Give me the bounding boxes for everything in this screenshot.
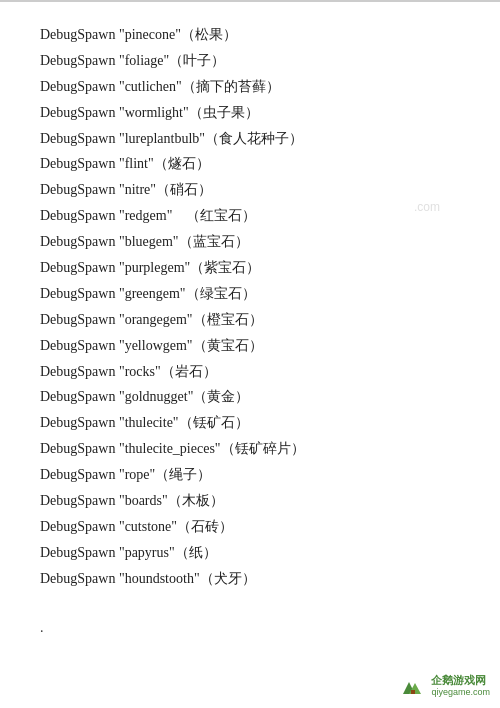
list-item: DebugSpawn "wormlight"（虫子果） — [40, 100, 460, 126]
footer-logo-text: 企鹅游戏网 qiyegame.com — [431, 674, 490, 698]
command-text: DebugSpawn — [40, 79, 119, 94]
svg-rect-2 — [411, 690, 415, 694]
footer-logo: 企鹅游戏网 qiyegame.com — [399, 674, 490, 698]
list-item: DebugSpawn "rope"（绳子） — [40, 462, 460, 488]
list-item: DebugSpawn "rocks"（岩石） — [40, 359, 460, 385]
command-text: DebugSpawn — [40, 338, 119, 353]
command-text: DebugSpawn — [40, 182, 119, 197]
command-text: DebugSpawn — [40, 286, 119, 301]
translation-text: （木板） — [168, 493, 224, 508]
translation-text: （绳子） — [155, 467, 211, 482]
translation-text: （虫子果） — [189, 105, 259, 120]
list-item: DebugSpawn "purplegem"（紫宝石） — [40, 255, 460, 281]
key-text: "rope" — [119, 467, 155, 482]
key-text: "boards" — [119, 493, 168, 508]
command-text: DebugSpawn — [40, 415, 119, 430]
list-item: DebugSpawn "flint"（燧石） — [40, 151, 460, 177]
translation-text: （铥矿碎片） — [221, 441, 305, 456]
list-item: DebugSpawn "houndstooth"（犬牙） — [40, 566, 460, 592]
command-text: DebugSpawn — [40, 364, 119, 379]
translation-text: （红宝石） — [186, 208, 256, 223]
list-item: DebugSpawn "foliage"（叶子） — [40, 48, 460, 74]
key-text: "foliage" — [119, 53, 169, 68]
translation-text: （紫宝石） — [190, 260, 260, 275]
command-text: DebugSpawn — [40, 27, 119, 42]
command-text: DebugSpawn — [40, 467, 119, 482]
key-text: "rocks" — [119, 364, 161, 379]
translation-text: （纸） — [175, 545, 217, 560]
translation-text: （犬牙） — [200, 571, 256, 586]
command-text: DebugSpawn — [40, 105, 119, 120]
translation-text: （燧石） — [154, 156, 210, 171]
translation-text: （松果） — [181, 27, 237, 42]
command-text: DebugSpawn — [40, 441, 119, 456]
list-item: DebugSpawn "thulecite_pieces"（铥矿碎片） — [40, 436, 460, 462]
translation-text: （黄宝石） — [193, 338, 263, 353]
footer-dot: . — [0, 612, 500, 644]
command-text: DebugSpawn — [40, 234, 119, 249]
logo-icon — [399, 676, 427, 696]
translation-text: （铥矿石） — [179, 415, 249, 430]
key-text: "goldnugget" — [119, 389, 193, 404]
command-text: DebugSpawn — [40, 156, 119, 171]
command-text: DebugSpawn — [40, 493, 119, 508]
translation-text: （摘下的苔藓） — [182, 79, 280, 94]
list-item: DebugSpawn "orangegem"（橙宝石） — [40, 307, 460, 333]
command-text: DebugSpawn — [40, 53, 119, 68]
list-item: DebugSpawn "pinecone"（松果） — [40, 22, 460, 48]
key-text: "thulecite" — [119, 415, 179, 430]
key-text: "orangegem" — [119, 312, 193, 327]
list-item: DebugSpawn "papyrus"（纸） — [40, 540, 460, 566]
list-item: DebugSpawn "goldnugget"（黄金） — [40, 384, 460, 410]
list-item: DebugSpawn "greengem"（绿宝石） — [40, 281, 460, 307]
list-item: DebugSpawn "bluegem"（蓝宝石） — [40, 229, 460, 255]
command-text: DebugSpawn — [40, 571, 119, 586]
translation-text: （硝石） — [156, 182, 212, 197]
list-item: DebugSpawn "yellowgem"（黄宝石） — [40, 333, 460, 359]
translation-text: （石砖） — [177, 519, 233, 534]
command-text: DebugSpawn — [40, 312, 119, 327]
translation-text: （叶子） — [169, 53, 225, 68]
key-text: "lureplantbulb" — [119, 131, 205, 146]
translation-text: （蓝宝石） — [179, 234, 249, 249]
command-text: DebugSpawn — [40, 260, 119, 275]
command-text: DebugSpawn — [40, 208, 119, 223]
translation-text: （绿宝石） — [186, 286, 256, 301]
list-item: DebugSpawn "cutstone"（石砖） — [40, 514, 460, 540]
key-text: "papyrus" — [119, 545, 175, 560]
list-item: DebugSpawn "boards"（木板） — [40, 488, 460, 514]
key-text: "cutstone" — [119, 519, 177, 534]
translation-text: （岩石） — [161, 364, 217, 379]
key-text: "wormlight" — [119, 105, 189, 120]
key-text: "thulecite_pieces" — [119, 441, 221, 456]
key-text: "redgem" — [119, 208, 172, 223]
list-item: DebugSpawn "lureplantbulb"（食人花种子） — [40, 126, 460, 152]
list-item: DebugSpawn "thulecite"（铥矿石） — [40, 410, 460, 436]
command-text: DebugSpawn — [40, 545, 119, 560]
list-item: DebugSpawn "nitre"（硝石） — [40, 177, 460, 203]
key-text: "houndstooth" — [119, 571, 200, 586]
key-text: "purplegem" — [119, 260, 190, 275]
command-text: DebugSpawn — [40, 131, 119, 146]
top-divider — [0, 0, 500, 2]
translation-text: （食人花种子） — [205, 131, 303, 146]
command-text: DebugSpawn — [40, 389, 119, 404]
key-text: "nitre" — [119, 182, 156, 197]
command-text: DebugSpawn — [40, 519, 119, 534]
translation-text: （橙宝石） — [193, 312, 263, 327]
key-text: "yellowgem" — [119, 338, 193, 353]
key-text: "pinecone" — [119, 27, 181, 42]
key-text: "cutlichen" — [119, 79, 182, 94]
key-text: "flint" — [119, 156, 154, 171]
list-item: DebugSpawn "cutlichen"（摘下的苔藓） — [40, 74, 460, 100]
content-area: DebugSpawn "pinecone"（松果）DebugSpawn "fol… — [0, 14, 500, 612]
key-text: "greengem" — [119, 286, 186, 301]
list-item: DebugSpawn "redgem" （红宝石） — [40, 203, 460, 229]
key-text: "bluegem" — [119, 234, 179, 249]
translation-text: （黄金） — [193, 389, 249, 404]
